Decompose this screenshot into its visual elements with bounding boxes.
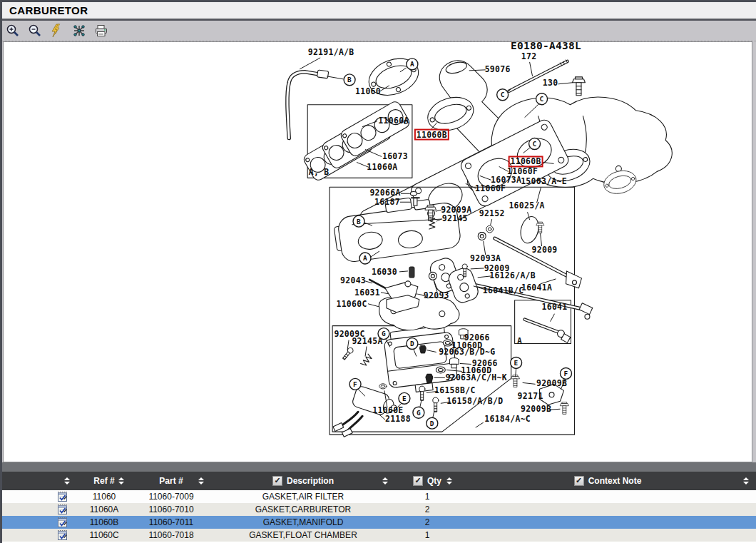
lightning-icon [50,24,64,38]
row-edit-icon-cell[interactable] [0,491,77,502]
hotspot-map-button[interactable] [72,24,86,38]
part-label: 92043 [340,275,366,285]
table-header-row: Ref #Part #✓Description✓Qty✓Context Note [0,472,756,490]
edit-note-icon[interactable] [57,529,68,541]
part-label: E0180-A438L [511,42,581,51]
part-label: 16158/A/B/D [446,396,503,406]
part-label: 16187 [374,197,400,207]
part-label: 92063/B/D~G [439,347,495,357]
part-label: 16158B/C [434,385,476,395]
row-edit-icon-cell[interactable] [0,504,77,515]
column-checkbox[interactable]: ✓ [413,476,423,486]
zoom-out-button[interactable] [28,24,42,38]
sort-icon[interactable] [198,477,204,484]
column-label: Ref # [93,476,114,486]
edit-note-icon[interactable] [57,517,68,528]
sort-icon[interactable] [64,477,70,484]
part-label: 92093 [424,290,449,300]
column-header-note[interactable]: ✓Context Note [459,472,756,490]
zoom-in-button[interactable] [6,24,20,38]
cell-part: 11060-7009 [131,492,211,502]
sort-icon[interactable] [382,477,388,484]
leader-line [300,58,320,69]
zoom-in-icon [6,24,20,38]
cell-desc: GASKET,CARBURETOR [211,504,395,514]
window-left-border [0,0,2,543]
part-label: A, B [309,167,330,177]
leader-line [551,314,555,322]
bolt-drawing [572,77,585,96]
cell-ref: 11060A [77,504,131,514]
highlighted-part-label: 11060B [417,130,447,140]
part-label: 16184/A~C [484,414,531,424]
table-row[interactable]: 11060A11060-7010GASKET,CARBURETOR2 [0,503,756,516]
parts-table: Ref #Part #✓Description✓Qty✓Context Note… [0,472,756,543]
column-header-part[interactable]: Part # [131,472,211,490]
part-label: 92063A/C/H~K [446,372,507,382]
part-label: 11060F [475,183,506,193]
part-label: 92152 [479,208,505,218]
part-label: 92145 [442,213,468,223]
title-bar: CARBURETOR [0,2,756,21]
part-label: 130 [543,78,558,88]
leader-line [558,83,573,84]
part-label: 92171 [518,391,543,401]
column-header-qty[interactable]: ✓Qty [395,472,459,490]
leader-line [491,219,492,225]
table-row[interactable]: 11060C11060-7018GASKET,FLOAT CHAMBER1 [0,529,756,542]
cell-part: 11060-7011 [131,517,211,527]
part-label: 16041 [542,302,568,312]
cell-desc: GASKET,AIR FILTER [211,492,395,502]
view-ref-letter: F [353,380,357,388]
window-top-border [0,0,756,2]
leader-line [399,271,408,272]
part-label: 16041B/C [483,285,524,295]
part-label: 11060A [367,162,397,172]
part-label: 92191/A/B [308,47,354,57]
cell-qty: 1 [395,492,459,502]
part-label: 11060 [355,86,381,96]
view-ref-letter: A [363,254,367,262]
leader-line [327,76,343,79]
sort-icon[interactable] [118,477,124,484]
part-label: A [517,336,522,346]
column-header-desc[interactable]: ✓Description [211,472,395,490]
table-body: 1106011060-7009GASKET,AIR FILTER1 11060A… [0,490,756,542]
column-checkbox[interactable]: ✓ [272,476,282,486]
part-label: 92066A [369,188,400,198]
sort-icon[interactable] [743,477,749,484]
row-edit-icon-cell[interactable] [0,529,77,541]
part-label: 16031 [354,288,380,298]
part-label: 15003/A~E [521,176,567,186]
diagram-area[interactable]: ABCCCBAGDFEGDEF92191/A/B11060E0180-A438L… [3,41,752,462]
print-button[interactable] [94,24,108,38]
table-row[interactable]: 1106011060-7009GASKET,AIR FILTER1 [0,490,756,503]
cell-part: 11060-7018 [131,530,211,540]
page-title: CARBURETOR [0,4,88,16]
view-ref-letter: E [402,395,407,402]
leader-line [379,415,385,420]
part-label: 59076 [485,64,511,74]
edit-note-icon[interactable] [57,504,68,515]
cell-qty: 2 [395,517,459,527]
cell-desc: GASKET,MANIFOLD [211,517,395,527]
leader-line [471,268,484,269]
edit-note-icon[interactable] [57,491,68,502]
column-header-ref[interactable]: Ref # [77,472,131,490]
table-row[interactable]: 11060B11060-7011GASKET,MANIFOLD2 [0,516,756,529]
part-label: 92093A [470,253,501,263]
view-ref-letter: A [410,60,414,68]
stud-drawing [509,60,568,91]
flash-tool-button[interactable] [50,24,64,38]
part-label: 172 [521,51,537,61]
sort-icon[interactable] [446,477,452,484]
row-edit-icon-cell[interactable] [0,517,77,528]
column-header-icon[interactable] [0,472,77,490]
leader-line [365,149,382,156]
leader-line [433,411,434,417]
column-checkbox[interactable]: ✓ [574,476,584,486]
view-ref-letter: G [417,409,421,417]
column-label: Part # [159,476,183,486]
leader-line [523,382,536,384]
part-label: 16030 [372,267,397,277]
